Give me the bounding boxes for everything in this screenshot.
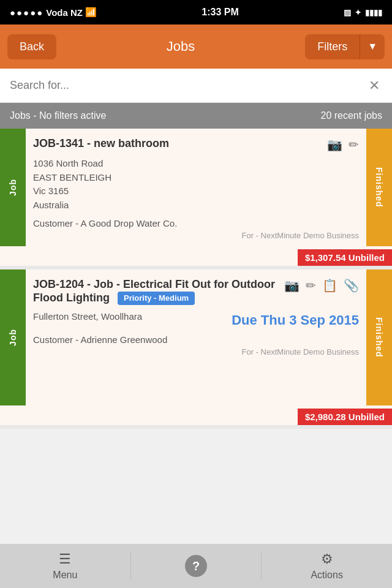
job-customer: Customer - A Good Drop Water Co.	[33, 218, 359, 228]
job-card-body: JOB-1341 - new bathroom 📷 ✏ 1036 North R…	[26, 129, 366, 246]
actions-button[interactable]: ⚙ Actions	[262, 544, 392, 588]
job-customer-2: Customer - Adrienne Greenwood	[33, 334, 359, 345]
job-status-label-2: Finished	[374, 317, 384, 358]
help-icon: ?	[185, 555, 207, 577]
search-input[interactable]	[10, 79, 366, 92]
wifi-icon: 📶	[85, 7, 97, 18]
job-type-label-2: Job	[8, 329, 18, 346]
job-type-label: Job	[8, 179, 18, 196]
filter-status-left: Jobs - No filters active	[10, 110, 106, 121]
job-action-icons-2: 📷 ✏ 📋 📎	[284, 278, 359, 293]
job-card-1204[interactable]: Job JOB-1204 - Job - Electrical Fit Out …	[0, 270, 392, 429]
camera-icon[interactable]: 📷	[327, 137, 342, 152]
time-label: 1:33 PM	[202, 7, 238, 18]
job-card-header: JOB-1341 - new bathroom 📷 ✏	[33, 137, 359, 152]
battery-icon: ▮▮▮▮	[365, 8, 382, 17]
filters-dropdown-button[interactable]: ▼	[360, 34, 385, 59]
filters-group: Filters ▼	[305, 34, 385, 59]
unbilled-banner: $1,307.54 Unbilled	[298, 249, 392, 266]
job-title: JOB-1341 - new bathroom	[33, 137, 322, 151]
filter-status-right: 20 recent jobs	[320, 110, 382, 121]
camera-icon-2[interactable]: 📷	[284, 278, 300, 293]
bluetooth-icon: ✦	[355, 8, 361, 17]
job-card-header-2: JOB-1204 - Job - Electrical Fit Out for …	[33, 278, 359, 305]
unbilled-banner-2: $2,980.28 Unbilled	[298, 409, 392, 425]
filters-button[interactable]: Filters	[305, 34, 360, 59]
actions-icon: ⚙	[321, 551, 333, 567]
search-bar: ✕	[0, 69, 392, 103]
due-date: Due Thu 3 Sep 2015	[232, 312, 359, 328]
jobs-list[interactable]: Job JOB-1341 - new bathroom 📷 ✏ 1036 Nor…	[0, 129, 392, 544]
job-address: 1036 North Road EAST BENTLEIGH Vic 3165 …	[33, 157, 359, 212]
job-status-label: Finished	[374, 167, 384, 208]
status-bar: ●●●●● Voda NZ 📶 1:33 PM ▨ ✦ ▮▮▮▮	[0, 0, 392, 24]
job-address-2: Fullerton Street, Woollhara Due Thu 3 Se…	[33, 310, 359, 328]
bottom-nav: ☰ Menu ? ⚙ Actions	[0, 544, 392, 588]
search-clear-button[interactable]: ✕	[366, 75, 382, 96]
note-icon[interactable]: 📋	[322, 278, 337, 293]
screen-icon: ▨	[344, 8, 351, 17]
page-title: Jobs	[61, 39, 300, 55]
job-title-2: JOB-1204 - Job - Electrical Fit Out for …	[33, 278, 279, 305]
job-for-business-2: For - NextMinute Demo Business	[33, 347, 359, 356]
edit-icon-2[interactable]: ✏	[306, 278, 316, 293]
help-button[interactable]: ?	[131, 544, 262, 588]
priority-badge: Priority - Medium	[118, 292, 195, 305]
job-status-indicator: Finished	[366, 129, 392, 246]
actions-label: Actions	[311, 570, 342, 581]
job-action-icons: 📷 ✏	[327, 137, 359, 152]
job-status-indicator-2: Finished	[366, 270, 392, 405]
status-right: ▨ ✦ ▮▮▮▮	[344, 8, 382, 17]
menu-label: Menu	[53, 570, 77, 581]
status-left: ●●●●● Voda NZ 📶	[10, 7, 97, 18]
job-card-body-2: JOB-1204 - Job - Electrical Fit Out for …	[26, 270, 366, 405]
paperclip-icon[interactable]: 📎	[344, 278, 359, 293]
job-for-business: For - NextMinute Demo Business	[33, 231, 359, 240]
carrier-label: Voda NZ	[46, 7, 83, 18]
job-card-1341[interactable]: Job JOB-1341 - new bathroom 📷 ✏ 1036 Nor…	[0, 129, 392, 270]
menu-button[interactable]: ☰ Menu	[0, 544, 130, 588]
back-button[interactable]: Back	[7, 34, 56, 59]
job-type-indicator-2: Job	[0, 270, 26, 405]
filter-status-bar: Jobs - No filters active 20 recent jobs	[0, 103, 392, 129]
menu-icon: ☰	[59, 551, 71, 567]
toolbar: Back Jobs Filters ▼	[0, 24, 392, 69]
job-type-indicator: Job	[0, 129, 26, 246]
signal-dots: ●●●●●	[10, 7, 43, 18]
edit-icon[interactable]: ✏	[349, 137, 359, 152]
